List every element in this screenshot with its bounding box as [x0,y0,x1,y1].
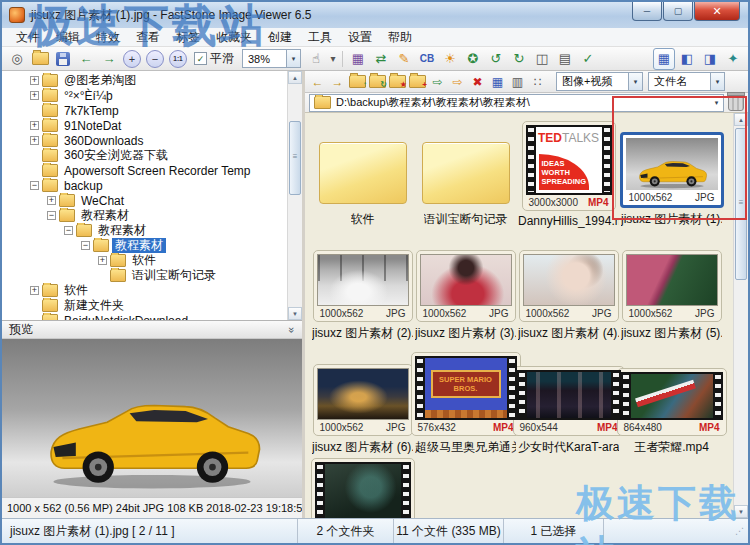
video-cell[interactable]: 640x480MP4 [311,458,414,518]
tree-scrollbar-thumb[interactable] [289,121,301,195]
screen-capture-button[interactable]: ◎ [6,48,28,70]
collapse-icon[interactable]: − [81,241,90,250]
import-button[interactable]: ⇄ [370,48,392,70]
dropdown-arrow-icon[interactable]: ▾ [628,73,642,90]
list-view-button[interactable]: ∷ [528,72,547,91]
grid-scrollbar-thumb[interactable] [735,128,747,280]
menu-tag[interactable]: 标签 [168,29,208,46]
tree-item[interactable]: +软件 [2,283,288,298]
dropdown-arrow-icon[interactable]: ▾ [286,50,300,67]
smooth-checkbox-group[interactable]: ✓ 平滑 [194,50,234,67]
image-cell[interactable]: 1000x562JPG jisuxz 图片素材 (3).j... [414,230,517,342]
clone-stamp-button[interactable]: ✪ [462,48,484,70]
menu-tools[interactable]: 工具 [300,29,340,46]
expand-icon[interactable]: + [47,196,56,205]
scroll-up-icon[interactable]: ▲ [734,113,748,126]
layout-browser-button[interactable]: ▦ [653,48,675,70]
collapse-icon[interactable]: − [47,211,56,220]
expand-icon[interactable]: + [30,286,39,295]
rotate-left-button[interactable]: ↺ [485,48,507,70]
open-file-button[interactable] [29,48,51,70]
menu-file[interactable]: 文件 [8,29,48,46]
checkbox-checked-icon[interactable]: ✓ [194,52,207,65]
zoom-level-combo[interactable]: 38% ▾ [242,49,301,68]
actual-size-button[interactable]: 1:1 [167,48,189,70]
close-button[interactable]: ✕ [694,2,740,21]
video-cell[interactable]: 960x544MP4 少女时代KaraT-ara.... [517,344,620,456]
image-cell[interactable]: 1000x562JPG jisuxz 图片素材 (6).j... [311,344,414,456]
fullscreen-button[interactable]: ✦ [722,48,744,70]
verify-button[interactable]: ✓ [577,48,599,70]
maximize-button[interactable]: ▢ [663,2,693,21]
tree-item[interactable]: +91NoteDat [2,118,288,133]
save-button[interactable] [52,48,74,70]
expand-icon[interactable]: + [30,136,39,145]
tree-scrollbar[interactable]: ▲ ▼ [287,71,302,320]
expand-icon[interactable]: + [30,76,39,85]
selected-image-cell[interactable]: 1000x562JPG jisuxz 图片素材 (1).j... [620,117,723,228]
tree-item[interactable]: 360安全浏览器下载 [2,148,288,163]
preview-image[interactable] [2,339,302,497]
tree-item[interactable]: −backup [2,178,288,193]
recycle-bin-icon[interactable] [728,94,744,111]
image-cell[interactable]: 1000x562JPG jisuxz 图片素材 (4).j... [517,230,620,342]
layout-preview-button[interactable]: ◧ [676,48,698,70]
dropdown-arrow-icon[interactable]: ▾ [710,73,724,90]
tree-item[interactable]: BaiduNetdiskDownload [2,313,288,320]
tree-item[interactable]: +°²×°Èí¼þ [2,88,288,103]
adjust-colors-button[interactable]: ☀ [439,48,461,70]
menu-effects[interactable]: 特效 [88,29,128,46]
zoom-in-button[interactable]: + [121,48,143,70]
slideshow-button[interactable]: ▦ [347,48,369,70]
collapse-chevron-icon[interactable]: » [286,326,298,332]
folder-cell[interactable]: 语训宝断句记录 [414,117,517,228]
collapse-icon[interactable]: − [30,181,39,190]
tree-item[interactable]: 7k7kTemp [2,103,288,118]
layout-thumbnail-button[interactable]: ◨ [699,48,721,70]
batch-convert-button[interactable]: CB [416,48,438,70]
menu-help[interactable]: 帮助 [380,29,420,46]
menu-favorites[interactable]: 收藏夹 [208,29,260,46]
tree-item[interactable]: +@图老弟淘图 [2,73,288,88]
menu-view[interactable]: 查看 [128,29,168,46]
expand-icon[interactable]: + [98,256,107,265]
scroll-up-icon[interactable]: ▲ [288,71,302,84]
video-cell[interactable]: TEDTALKS IDEAS WORTH SPREADING 3000x3000… [517,117,620,228]
collapse-icon[interactable]: − [64,226,73,235]
move-to-button[interactable]: ⇨ [448,72,467,91]
tree-item-selected[interactable]: −教程素材 [2,238,288,253]
scroll-down-icon[interactable]: ▼ [734,505,748,518]
rotate-right-button[interactable]: ↻ [508,48,530,70]
edit-button[interactable]: ✎ [393,48,415,70]
previous-image-button[interactable]: ← [75,48,97,70]
forward-button[interactable]: → [328,72,347,91]
detail-view-button[interactable]: ▥ [508,72,527,91]
address-input[interactable]: D:\backup\教程素材\教程素材\教程素材\ ▾ [309,94,724,112]
expand-icon[interactable]: + [30,91,39,100]
grid-scrollbar[interactable]: ▲ ▼ [733,113,748,518]
video-cell[interactable]: 864x480MP4 王者荣耀.mp4 [620,344,723,456]
tree-item[interactable]: Apowersoft Screen Recorder Temp [2,163,288,178]
new-folder-button[interactable]: + [408,72,427,91]
expand-icon[interactable]: + [30,121,39,130]
sort-by-combo[interactable]: 文件名 ▾ [648,72,725,91]
image-cell[interactable]: 1000x562JPG jisuxz 图片素材 (2).j... [311,230,414,342]
copy-to-button[interactable]: ⇨ [428,72,447,91]
title-bar[interactable]: jisuxz 图片素材 (1).jpg - FastStone Image Vi… [2,2,748,28]
up-folder-button[interactable]: ↑ [348,72,367,91]
tree-item[interactable]: −教程素材 [2,208,288,223]
file-type-filter-combo[interactable]: 图像+视频 ▾ [556,72,643,91]
tree-item[interactable]: +软件 [2,253,288,268]
refresh-button[interactable]: ↻ [368,72,387,91]
next-image-button[interactable]: → [98,48,120,70]
delete-button[interactable]: ✖ [468,72,487,91]
minimize-button[interactable]: ─ [632,2,662,21]
zoom-out-button[interactable]: − [144,48,166,70]
menu-create[interactable]: 创建 [260,29,300,46]
hand-tool-dropdown[interactable]: ▾ [328,48,338,70]
tree-item[interactable]: +360Downloads [2,133,288,148]
resize-grip[interactable]: ⋰ [604,519,748,543]
folder-cell[interactable]: 软件 [311,117,414,228]
back-button[interactable]: ← [308,72,327,91]
image-cell[interactable]: 1000x562JPG jisuxz 图片素材 (5).j... [620,230,723,342]
